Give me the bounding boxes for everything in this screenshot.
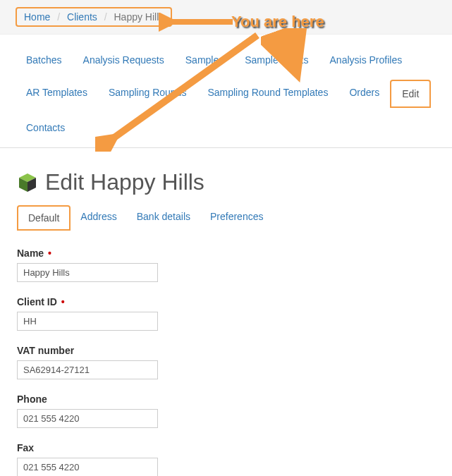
phone-label: Phone [17,393,435,405]
required-dot: • [48,248,51,259]
subtab-bank-details[interactable]: Bank details [127,205,200,231]
client-id-label-text: Client ID [17,296,57,307]
tab-analysis-profiles[interactable]: Analysis Profiles [319,47,413,73]
form-group-phone: Phone [17,393,435,428]
name-label-text: Name [17,248,44,259]
vat-number-label: VAT number [17,345,435,356]
phone-input[interactable] [17,409,158,428]
page-title: Edit Happy Hills [45,169,204,195]
top-tabs: Batches Analysis Requests Samples Sample… [16,47,436,147]
breadcrumb-bar: Home / Clients / Happy Hills [0,0,452,35]
breadcrumb-home[interactable]: Home [24,11,50,23]
fax-input[interactable] [17,458,158,476]
page-heading: Edit Happy Hills [17,169,435,195]
content-area: Edit Happy Hills Default Address Bank de… [0,148,452,476]
breadcrumb: Home / Clients / Happy Hills [16,7,172,27]
form-group-name: Name • [17,248,435,282]
client-id-label: Client ID • [17,296,435,307]
sub-tabs: Default Address Bank details Preferences [17,205,435,231]
tab-edit[interactable]: Edit [390,80,431,108]
tab-contacts[interactable]: Contacts [16,115,75,140]
tab-sampling-rounds[interactable]: Sampling Rounds [98,80,197,108]
subtab-preferences[interactable]: Preferences [200,205,273,231]
client-id-input[interactable] [17,312,158,331]
tab-batches[interactable]: Batches [16,47,73,73]
subtab-default[interactable]: Default [17,205,71,231]
tab-analysis-requests[interactable]: Analysis Requests [73,47,175,73]
name-input[interactable] [17,263,158,282]
breadcrumb-separator: / [53,11,64,23]
tab-samples[interactable]: Samples [175,47,234,73]
required-dot: • [61,296,65,307]
name-label: Name • [17,248,435,259]
breadcrumb-clients[interactable]: Clients [67,11,97,23]
form-group-client-id: Client ID • [17,296,435,331]
tab-sample-points[interactable]: Sample Points [234,47,319,73]
form-group-vat-number: VAT number [17,345,435,379]
fax-label: Fax [17,442,435,453]
top-tabs-container: Batches Analysis Requests Samples Sample… [0,35,452,148]
breadcrumb-separator: / [100,11,111,23]
breadcrumb-current: Happy Hills [114,11,164,23]
form-group-fax: Fax [17,442,435,476]
tab-ar-templates[interactable]: AR Templates [16,80,98,108]
tab-orders[interactable]: Orders [338,80,390,108]
subtab-address[interactable]: Address [71,205,126,231]
cube-icon [17,172,38,193]
tab-sampling-round-templates[interactable]: Sampling Round Templates [197,80,338,108]
vat-number-input[interactable] [17,360,158,379]
